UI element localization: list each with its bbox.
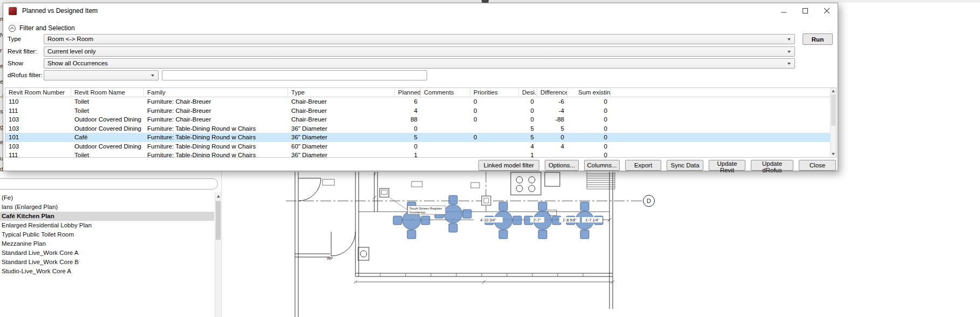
browser-item-standard-live-work-core-a[interactable]: Standard Live_Work Core A	[0, 248, 214, 258]
column-header-family[interactable]: Family	[144, 88, 288, 97]
table-cell: 60" Diameter	[288, 142, 395, 151]
table-scroll-thumb[interactable]	[831, 95, 835, 126]
table-cell: 0	[519, 115, 537, 124]
browser-item-lans-enlarged-plan[interactable]: lans (Enlarged Plan)	[0, 203, 214, 212]
chevron-up-icon	[10, 27, 14, 31]
table-cell: 5	[519, 124, 537, 133]
close-button[interactable]: Close	[799, 160, 836, 171]
update-revit-button[interactable]: Update Revit	[709, 160, 745, 171]
table-row[interactable]: 111ToiletFurniture: Chair-BreuerChair-Br…	[5, 106, 836, 116]
table-row[interactable]: 103Outdoor Covered DiningFurniture: Tabl…	[5, 124, 836, 133]
project-browser-panel: (Fe)lans (Enlarged Plan)Café Kitchen Pla…	[0, 172, 222, 317]
drofus-filter-dropdown[interactable]	[44, 70, 159, 80]
table-cell	[421, 97, 470, 106]
chair	[449, 195, 457, 204]
grid-bubble: D	[643, 195, 655, 207]
column-header-revit-room-name[interactable]: Revit Room Name	[71, 88, 144, 97]
browser-list: (Fe)lans (Enlarged Plan)Café Kitchen Pla…	[0, 193, 214, 276]
show-dropdown[interactable]: Show all Occurrences	[44, 58, 795, 69]
type-dropdown[interactable]: Room <-> Room	[44, 34, 795, 44]
scroll-up-icon[interactable]	[832, 90, 835, 92]
table-row[interactable]: 110ToiletFurniture: Chair-BreuerChair-Br…	[5, 97, 836, 106]
column-header-priorities[interactable]: Priorities	[470, 88, 519, 97]
close-icon	[824, 8, 830, 14]
dialog-titlebar: Planned vs Designed Item	[3, 3, 838, 18]
browser-search-box[interactable]	[0, 178, 218, 190]
column-header-revit-room-number[interactable]: Revit Room Number	[5, 88, 71, 97]
columns-button[interactable]: Columns...	[584, 160, 620, 171]
drofus-filter-input[interactable]	[162, 70, 427, 80]
table-cell: 103	[5, 142, 71, 151]
table-cell: 0	[567, 97, 611, 106]
collapse-section-button[interactable]	[9, 25, 16, 32]
revit-filter-label: Revit filter:	[8, 48, 37, 55]
table-row[interactable]: 103Outdoor Covered DiningFurniture: Tabl…	[5, 142, 836, 151]
chair	[580, 202, 589, 211]
sync-data-button[interactable]: Sync Data	[667, 160, 703, 171]
column-header-sum-existin[interactable]: Sum existin...	[567, 88, 611, 97]
close-button[interactable]	[816, 3, 838, 18]
browser-scrollbar[interactable]	[215, 192, 221, 317]
table-cell: 0	[567, 124, 611, 133]
table-cell: 5	[519, 133, 537, 142]
options-button[interactable]: Options...	[545, 160, 579, 171]
dimension-text: 1'-8 5/8"	[563, 218, 577, 222]
wp-label: WP	[327, 257, 333, 260]
grid-bubble-label: D	[647, 198, 651, 204]
scroll-up-icon[interactable]	[217, 195, 220, 198]
table-cell: 110	[5, 97, 71, 106]
export-button[interactable]: Export	[625, 160, 661, 171]
table-cell: 5	[537, 124, 567, 133]
column-header-type[interactable]: Type	[288, 88, 395, 97]
revit-filter-dropdown[interactable]: Current level only	[44, 46, 795, 57]
column-header-planned[interactable]: Planned	[395, 88, 421, 97]
browser-item-caf-kitchen-plan[interactable]: Café Kitchen Plan	[0, 212, 214, 221]
table-cell: 4	[395, 106, 421, 116]
column-header-difference[interactable]: Difference	[537, 88, 567, 97]
linked-model-filter-button[interactable]: Linked model filter	[478, 160, 539, 171]
table-cell: Furniture: Table-Dining Round w Chairs	[144, 124, 288, 133]
minimize-button[interactable]	[773, 3, 794, 18]
chair	[499, 230, 508, 239]
table-row[interactable]: 111ToiletFurniture: Table-Dining Round w…	[5, 151, 836, 158]
column-header-comments[interactable]: Comments	[421, 88, 470, 97]
table-scrollbar[interactable]	[830, 88, 836, 157]
table-cell	[537, 151, 567, 158]
scroll-down-icon[interactable]	[832, 153, 835, 156]
dialog-footer-buttons: Linked model filterOptions...Columns...E…	[3, 160, 836, 171]
table-cell: 88	[395, 115, 421, 124]
browser-scroll-thumb[interactable]	[216, 201, 221, 240]
table-cell: Furniture: Chair-Breuer	[144, 106, 288, 116]
table-cell: Toilet	[71, 151, 144, 158]
chair	[499, 202, 508, 211]
table-cell: -6	[537, 97, 567, 106]
browser-item-typical-public-toilet-room[interactable]: Typical Public Toilet Room	[0, 230, 214, 239]
drofus-filter-label: dRofus filter:	[8, 72, 43, 78]
annotation-line2: Countertop	[409, 211, 426, 214]
table-cell: 0	[470, 97, 519, 106]
table-cell: Furniture: Table-Dining Round w Chairs	[144, 151, 288, 158]
run-button[interactable]: Run	[803, 33, 833, 45]
clipped-letter: r	[0, 48, 2, 53]
annotation-line1: Touch Screen Register	[409, 207, 442, 210]
table-row[interactable]: 103Outdoor Covered DiningFurniture: Chai…	[5, 115, 836, 124]
browser-item-fe[interactable]: (Fe)	[0, 193, 214, 203]
dialog-title: Planned vs Designed Item	[22, 7, 98, 15]
browser-item-studio-live-work-core-a[interactable]: Studio-Live_Work Core A	[0, 267, 214, 276]
type-dropdown-value: Room <-> Room	[47, 36, 93, 42]
table-cell: 1	[395, 151, 421, 158]
table-cell: -88	[537, 115, 567, 124]
table-cell: Outdoor Covered Dining	[71, 142, 144, 151]
browser-item-enlarged-residential-lobby-plan[interactable]: Enlarged Residential Lobby Plan	[0, 221, 214, 230]
dimension-text: 1'-7 1/4"	[585, 218, 599, 222]
dimension-text: 2'-7"	[533, 218, 541, 222]
browser-item-standard-live-work-core-b[interactable]: Standard Live_Work Core B	[0, 258, 214, 267]
maximize-button[interactable]	[794, 3, 816, 18]
table-cell: 0	[395, 124, 421, 133]
update-drofus-button[interactable]: Update dRofus	[751, 160, 793, 171]
chair	[513, 216, 522, 225]
table-cell: Outdoor Covered Dining	[71, 124, 144, 133]
column-header-desi[interactable]: Desi...	[519, 88, 537, 97]
table-row[interactable]: 101CaféFurniture: Table-Dining Round w C…	[5, 133, 836, 142]
browser-item-mezzanine-plan[interactable]: Mezzanine Plan	[0, 239, 214, 248]
